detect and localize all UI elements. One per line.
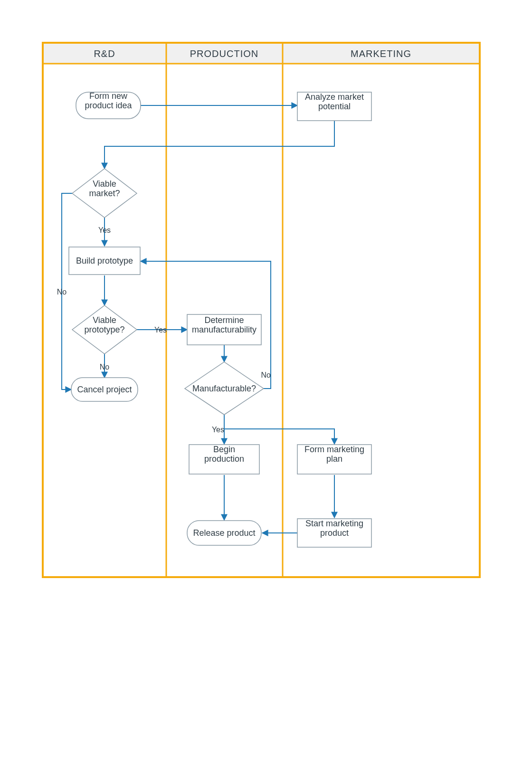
node-form-idea: Form newproduct idea: [76, 91, 141, 119]
label-viable-market-no: No: [57, 288, 67, 296]
node-begin-production: Beginproduction: [189, 445, 259, 474]
svg-text:Viablemarket?: Viablemarket?: [89, 179, 120, 198]
svg-text:Manufacturable?: Manufacturable?: [192, 384, 256, 393]
swimlane-flowchart: R&D PRODUCTION MARKETING: [0, 0, 532, 760]
label-viable-market-yes: Yes: [98, 226, 111, 234]
svg-text:Cancel project: Cancel project: [77, 385, 132, 394]
lane-header-production: PRODUCTION: [190, 48, 258, 59]
label-manufacturable-no: No: [261, 371, 271, 379]
node-analyze-market: Analyze marketpotential: [297, 92, 371, 121]
svg-text:Build prototype: Build prototype: [76, 256, 133, 266]
label-viable-prototype-no: No: [100, 363, 110, 371]
node-build-prototype: Build prototype: [69, 247, 140, 275]
lane-header-marketing: MARKETING: [351, 48, 411, 59]
label-manufacturable-yes: Yes: [212, 426, 224, 434]
node-start-marketing: Start marketingproduct: [297, 519, 371, 547]
node-form-marketing: Form marketingplan: [297, 445, 371, 474]
svg-text:Release product: Release product: [193, 528, 255, 538]
svg-text:Form newproduct idea: Form newproduct idea: [85, 91, 132, 110]
node-cancel-project: Cancel project: [71, 378, 138, 401]
lane-header-rd: R&D: [94, 48, 115, 59]
node-viable-market: Viablemarket?: [72, 169, 137, 218]
node-viable-prototype: Viableprototype?: [72, 305, 137, 354]
node-manufacturable: Manufacturable?: [185, 362, 264, 415]
nodes: Form newproduct idea Analyze marketpoten…: [69, 91, 371, 547]
node-release-product: Release product: [187, 521, 261, 545]
label-viable-prototype-yes: Yes: [154, 326, 167, 334]
node-determine-mfg: Determinemanufacturability: [187, 314, 261, 345]
